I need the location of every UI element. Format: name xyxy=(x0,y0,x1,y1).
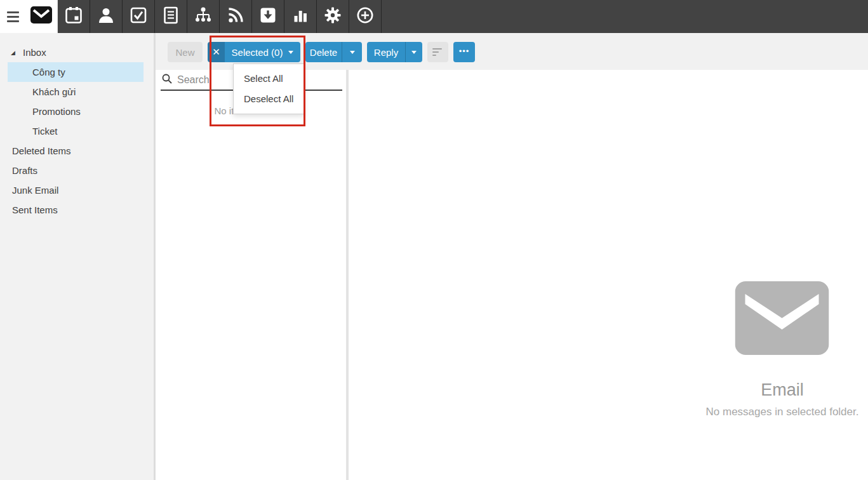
delete-dropdown-button[interactable] xyxy=(342,42,362,62)
chevron-down-icon xyxy=(288,51,293,54)
app-switcher-tiles xyxy=(25,0,868,33)
mail-icon xyxy=(30,6,52,27)
more-actions-button[interactable]: ••• xyxy=(453,42,475,62)
selected-dropdown-button[interactable]: Selected (0) xyxy=(225,42,300,62)
org-chart-icon xyxy=(194,6,213,27)
menu-item-select-all[interactable]: Select All xyxy=(234,69,304,89)
person-icon xyxy=(97,6,116,27)
check-square-icon xyxy=(129,6,148,27)
folder-label: Deleted Items xyxy=(8,145,71,156)
sort-icon xyxy=(432,48,442,50)
tab-mail[interactable] xyxy=(25,0,58,33)
x-icon: ✕ xyxy=(212,46,220,58)
delete-split-button: Delete xyxy=(305,42,362,62)
delete-button[interactable]: Delete xyxy=(305,42,342,62)
empty-state-subtitle: No messages in selected folder. xyxy=(706,406,859,418)
tab-feeds[interactable] xyxy=(220,0,252,33)
folder-sidebar: ◢ Inbox Công ty Khách gửi Promotions Tic… xyxy=(0,33,156,480)
folder-label: Khách gửi xyxy=(8,86,76,97)
tab-contacts[interactable] xyxy=(90,0,123,33)
clear-selection-button[interactable]: ✕ xyxy=(208,42,225,62)
reading-pane: Email No messages in selected folder. xyxy=(349,70,868,480)
document-lines-icon xyxy=(161,6,180,27)
folder-deleted-items[interactable]: Deleted Items xyxy=(8,141,144,161)
message-list-pane: No items to show xyxy=(156,70,346,480)
chevron-down-icon xyxy=(350,51,355,54)
folder-junk-email[interactable]: Junk Email xyxy=(8,180,144,200)
calendar-icon xyxy=(64,6,83,27)
tab-tasks[interactable] xyxy=(123,0,155,33)
folder-label: Promotions xyxy=(8,106,81,117)
selection-context-menu: Select All Deselect All xyxy=(233,63,304,114)
empty-state-title: Email xyxy=(706,380,859,400)
hamburger-icon xyxy=(7,11,19,22)
tab-notes[interactable] xyxy=(155,0,187,33)
tab-import[interactable] xyxy=(252,0,284,33)
folder-ticket[interactable]: Ticket xyxy=(8,121,144,141)
folder-drafts[interactable]: Drafts xyxy=(8,161,144,180)
folder-label: Junk Email xyxy=(8,185,58,196)
tab-calendar[interactable] xyxy=(58,0,90,33)
gear-icon xyxy=(323,6,342,27)
folder-label: Sent Items xyxy=(8,204,58,215)
tab-add-app[interactable] xyxy=(349,0,382,33)
folder-label: Inbox xyxy=(23,47,46,58)
reading-pane-empty-state: Email No messages in selected folder. xyxy=(706,281,859,418)
folder-label: Drafts xyxy=(8,165,37,176)
envelope-icon xyxy=(735,346,829,357)
new-button[interactable]: New xyxy=(168,42,203,62)
hamburger-menu-button[interactable] xyxy=(0,0,25,33)
folder-khach-gui[interactable]: Khách gửi xyxy=(8,82,144,102)
folder-label: Ticket xyxy=(8,126,57,137)
reply-button[interactable]: Reply xyxy=(367,42,405,62)
tab-sitemap[interactable] xyxy=(187,0,220,33)
ellipsis-icon: ••• xyxy=(459,46,470,56)
menu-item-deselect-all[interactable]: Deselect All xyxy=(234,89,304,109)
reply-split-button: Reply xyxy=(367,42,422,62)
app-topbar xyxy=(0,0,868,33)
reply-dropdown-button[interactable] xyxy=(405,42,422,62)
download-box-icon xyxy=(258,6,277,27)
folder-label: Công ty xyxy=(8,67,65,77)
mail-app-window: ◢ Inbox Công ty Khách gửi Promotions Tic… xyxy=(0,0,868,480)
plus-circle-icon xyxy=(356,6,375,27)
tab-stats[interactable] xyxy=(284,0,317,33)
selection-split-button: ✕ Selected (0) xyxy=(208,42,300,62)
search-icon xyxy=(162,74,172,86)
folder-inbox[interactable]: ◢ Inbox xyxy=(8,43,144,62)
tab-settings[interactable] xyxy=(317,0,349,33)
tree-expanded-arrow-icon[interactable]: ◢ xyxy=(8,50,23,56)
folder-sent-items[interactable]: Sent Items xyxy=(8,200,144,220)
sort-button[interactable] xyxy=(427,42,448,62)
topbar-filler xyxy=(382,0,868,33)
selected-count-label: Selected (0) xyxy=(232,47,283,58)
bar-chart-icon xyxy=(291,6,310,27)
rss-icon xyxy=(226,6,245,27)
chevron-down-icon xyxy=(411,51,417,54)
folder-cong-ty[interactable]: Công ty xyxy=(8,62,144,82)
folder-promotions[interactable]: Promotions xyxy=(8,102,144,121)
folder-tree: ◢ Inbox Công ty Khách gửi Promotions Tic… xyxy=(0,33,154,220)
